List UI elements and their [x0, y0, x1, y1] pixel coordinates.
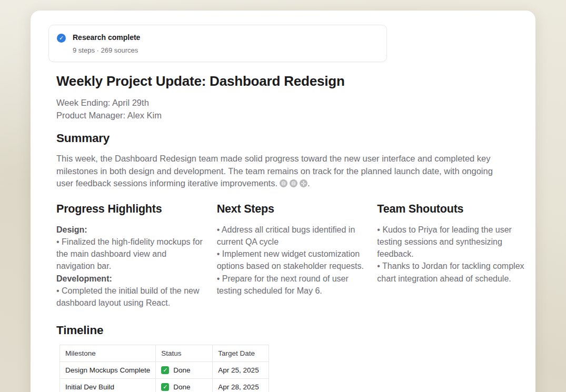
milestone-column-header: Milestone [60, 345, 156, 361]
bullet-item: • Thanks to Jordan for tackling complex … [377, 260, 526, 285]
team-shoutouts-body: • Kudos to Priya for leading the user te… [377, 224, 526, 285]
next-steps-body: • Address all critical bugs identified i… [217, 224, 366, 297]
progress-highlights-body: Design: • Finalized the high-fidelity mo… [56, 224, 205, 309]
target-date-cell: Apr 28, 2025 [213, 378, 269, 392]
research-status-meta: 9 steps · 269 sources [73, 46, 140, 54]
research-status-text: Research complete 9 steps · 269 sources [73, 33, 140, 54]
document-card: ✓ Research complete 9 steps · 269 source… [31, 11, 535, 392]
status-label: Done [173, 383, 190, 391]
week-ending-line: Week Ending: April 29th [56, 97, 526, 109]
check-circle-icon: ✓ [57, 34, 66, 43]
milestone-cell: Design Mockups Complete [60, 361, 156, 378]
bullet-item: • Prepare for the next round of user tes… [217, 273, 366, 297]
document-meta: Week Ending: April 29th Product Manager:… [56, 97, 526, 122]
notion-icon[interactable] [280, 179, 287, 187]
summary-suffix: . [307, 178, 310, 188]
slack-icon[interactable] [300, 179, 307, 187]
target-date-column-header: Target Date [213, 345, 269, 361]
column-progress-highlights: Progress Highlights Design: • Finalized … [56, 203, 205, 309]
progress-highlights-heading: Progress Highlights [56, 203, 205, 216]
page-title: Weekly Project Update: Dashboard Redesig… [56, 73, 526, 89]
development-label: Development: [56, 273, 205, 285]
bullet-item: • Kudos to Priya for leading the user te… [377, 224, 526, 260]
status-cell: ✓Done [156, 378, 213, 392]
research-status-title: Research complete [73, 33, 140, 42]
research-status-card[interactable]: ✓ Research complete 9 steps · 269 source… [48, 25, 387, 62]
bullet-item: • Address all critical bugs identified i… [217, 224, 366, 248]
team-shoutouts-heading: Team Shoutouts [377, 203, 526, 216]
milestone-cell: Initial Dev Build [60, 378, 156, 392]
green-check-icon: ✓ [161, 366, 169, 374]
summary-paragraph: This week, the Dashboard Redesign team m… [56, 153, 496, 190]
status-label: Done [173, 366, 190, 374]
green-check-icon: ✓ [161, 383, 169, 391]
column-team-shoutouts: Team Shoutouts • Kudos to Priya for lead… [377, 203, 526, 309]
timeline-table: Milestone Status Target Date Design Mock… [59, 345, 269, 392]
notion-icon[interactable] [290, 179, 297, 187]
next-steps-heading: Next Steps [217, 203, 366, 216]
summary-text: This week, the Dashboard Redesign team m… [56, 154, 493, 188]
bullet-item: • Implement new widget customization opt… [217, 248, 366, 273]
design-label: Design: [56, 224, 205, 236]
three-column-section: Progress Highlights Design: • Finalized … [56, 203, 526, 309]
column-next-steps: Next Steps • Address all critical bugs i… [217, 203, 366, 309]
bullet-item: • Completed the initial build of the new… [56, 285, 205, 309]
target-date-cell: Apr 25, 2025 [213, 361, 269, 378]
summary-heading: Summary [56, 132, 526, 145]
product-manager-line: Product Manager: Alex Kim [56, 109, 526, 122]
table-row: Initial Dev Build ✓Done Apr 28, 2025 [60, 378, 269, 392]
status-cell: ✓Done [156, 361, 213, 378]
table-header-row: Milestone Status Target Date [60, 345, 269, 361]
timeline-heading: Timeline [56, 324, 526, 337]
bullet-item: • Finalized the high-fidelity mockups fo… [56, 236, 205, 273]
status-column-header: Status [156, 345, 213, 361]
table-row: Design Mockups Complete ✓Done Apr 25, 20… [60, 361, 269, 378]
